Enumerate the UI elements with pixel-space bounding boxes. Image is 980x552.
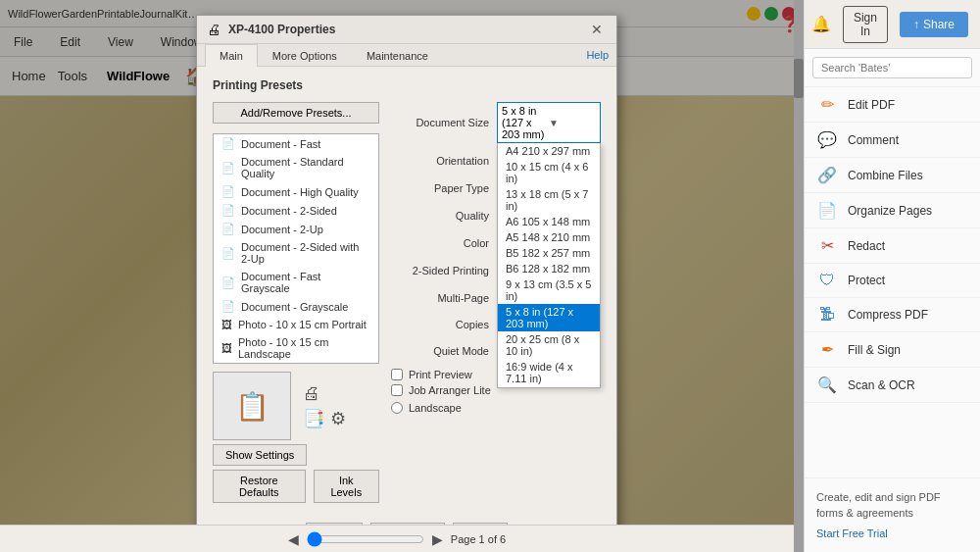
page-slider[interactable] [307,531,424,547]
properties-dialog: 🖨 XP-4100 Properties ✕ Main More Options… [196,15,617,552]
tab-main[interactable]: Main [205,44,258,67]
sidebar-item-organize[interactable]: 📄 Organize Pages [805,193,980,228]
color-label: Color [391,237,489,249]
preview-printer-icon[interactable]: 🖨 [303,383,320,404]
preset-grayscale[interactable]: 📄 Document - Grayscale [214,297,378,316]
sign-in-button[interactable]: Sign In [843,6,888,43]
document-size-label: Document Size [391,117,489,128]
preset-label-2sided-2up: Document - 2-Sided with 2-Up [241,241,370,265]
share-icon: ↑ [913,18,919,31]
comment-label: Comment [848,133,899,147]
combine-label: Combine Files [848,169,923,182]
preset-photo-landscape[interactable]: 🖼 Photo - 10 x 15 cm Landscape [214,333,378,363]
preview-settings-icon[interactable]: ⚙ [330,408,346,429]
document-size-row: Document Size 5 x 8 in (127 x 203 mm) ▼ … [391,102,601,143]
copies-label: Copies [391,319,489,330]
preview-icons: 🖨 📑 ⚙ [303,372,346,440]
dialog-bottom-buttons: Show Settings [213,444,379,466]
tab-maintenance[interactable]: Maintenance [352,44,443,67]
option-20x25[interactable]: 20 x 25 cm (8 x 10 in) [498,331,600,359]
sidebar-item-comment[interactable]: 💬 Comment [805,123,980,158]
preset-label-landscape: Photo - 10 x 15 cm Landscape [238,336,370,360]
preset-high-quality[interactable]: 📄 Document - High Quality [214,182,378,201]
print-preview-checkbox[interactable] [391,369,403,380]
sidebar-item-edit-pdf[interactable]: ✏ Edit PDF [805,87,980,123]
quiet-mode-label: Quiet Mode [391,345,489,357]
edit-pdf-icon: ✏ [816,95,838,114]
preset-icon-fast: 📄 [221,137,235,150]
preset-icon-landscape: 🖼 [221,342,232,354]
sidebar-item-protect[interactable]: 🛡 Protect [805,264,980,298]
dialog-restore-buttons: Restore Defaults Ink Levels [213,470,379,503]
dialog-title-bar: 🖨 XP-4100 Properties ✕ [197,16,616,44]
print-preview-label: Print Preview [409,369,472,380]
dialog-help-link[interactable]: Help [586,49,609,61]
next-page-button[interactable]: ▶ [432,531,443,547]
option-b6[interactable]: B6 128 x 182 mm [498,261,600,276]
sidebar-item-compress[interactable]: 🗜 Compress PDF [805,298,980,332]
share-button[interactable]: ↑ Share [900,12,968,37]
sidebar-item-fill-sign[interactable]: ✒ Fill & Sign [805,332,980,368]
landscape-radio[interactable] [391,402,403,414]
option-9x13[interactable]: 9 x 13 cm (3.5 x 5 in) [498,276,600,304]
sidebar: ❓ 🔔 Sign In ↑ Share ✏ Edit PDF 💬 Comment… [804,0,980,552]
preset-label-fast: Document - Fast [241,138,320,150]
dropdown-arrow: ▼ [549,118,596,128]
option-a6[interactable]: A6 105 x 148 mm [498,214,600,229]
preview-copy-icon[interactable]: 📑 [303,408,324,429]
search-input[interactable] [812,57,972,78]
sidebar-search-area [805,49,980,87]
sidebar-item-scan-ocr[interactable]: 🔍 Scan & OCR [805,368,980,403]
comment-icon: 💬 [816,130,838,149]
option-100x148[interactable]: 100 x 148 mm [498,386,600,388]
option-a4[interactable]: A4 210 x 297 mm [498,143,600,159]
preset-2up[interactable]: 📄 Document - 2-Up [214,220,378,238]
multi-page-label: Multi-Page [391,292,489,304]
preset-label-gray: Document - Grayscale [241,301,348,313]
document-size-list: A4 210 x 297 mm 10 x 15 cm (4 x 6 in) 13… [497,143,601,388]
preview-icon-row-1: 🖨 [303,383,346,404]
option-10x15[interactable]: 10 x 15 cm (4 x 6 in) [498,159,600,186]
preset-fast-grayscale[interactable]: 📄 Document - Fast Grayscale [214,268,378,297]
share-label: Share [923,18,955,31]
edit-pdf-label: Edit PDF [848,98,895,112]
option-16-9[interactable]: 16:9 wide (4 x 7.11 in) [498,359,600,386]
option-13x18[interactable]: 13 x 18 cm (5 x 7 in) [498,186,600,214]
job-arranger-checkbox[interactable] [391,384,403,396]
dialog-tabs: Main More Options Maintenance Help [197,44,616,67]
free-trial-link[interactable]: Start Free Trial [816,527,888,539]
organize-icon: 📄 [816,201,838,220]
document-size-field[interactable]: 5 x 8 in (127 x 203 mm) ▼ [497,102,601,143]
dialog-close-button[interactable]: ✕ [587,22,607,37]
document-size-dropdown[interactable]: 5 x 8 in (127 x 203 mm) ▼ A4 210 x 297 m… [497,102,601,143]
combine-icon: 🔗 [816,166,838,184]
notification-icon[interactable]: 🔔 [811,15,831,33]
preview-area: 📋 🖨 📑 ⚙ [213,372,379,440]
fill-sign-icon: ✒ [816,340,838,359]
landscape-label: Landscape [409,402,462,414]
sidebar-item-combine[interactable]: 🔗 Combine Files [805,158,980,193]
preset-icon-standard: 📄 [221,162,235,175]
option-b5[interactable]: B5 182 x 257 mm [498,245,600,261]
restore-defaults-button[interactable]: Restore Defaults [213,470,306,503]
ink-levels-button[interactable]: Ink Levels [314,470,379,503]
option-5x8[interactable]: 5 x 8 in (127 x 203 mm) [498,304,600,331]
preset-2sided-2up[interactable]: 📄 Document - 2-Sided with 2-Up [214,238,378,268]
add-remove-presets-button[interactable]: Add/Remove Presets... [213,102,379,124]
preset-label-portrait: Photo - 10 x 15 cm Portrait [238,319,367,330]
preset-document-fast[interactable]: 📄 Document - Fast [214,134,378,153]
show-settings-button[interactable]: Show Settings [213,444,307,466]
tab-more-options[interactable]: More Options [258,44,352,67]
sidebar-footer-text: Create, edit and sign PDF forms & agreem… [816,490,968,521]
preset-icon-2up: 📄 [221,223,235,235]
preset-standard-quality[interactable]: 📄 Document - Standard Quality [214,153,378,182]
dialog-content: Add/Remove Presets... 📄 Document - Fast … [213,102,601,503]
preset-2sided[interactable]: 📄 Document - 2-Sided [214,201,378,220]
option-a5[interactable]: A5 148 x 210 mm [498,229,600,245]
sidebar-item-redact[interactable]: ✂ Redact [805,228,980,264]
protect-label: Protect [848,274,885,287]
preset-icon-fast-gray: 📄 [221,276,235,289]
preset-photo-portrait[interactable]: 🖼 Photo - 10 x 15 cm Portrait [214,316,378,333]
two-sided-label: 2-Sided Printing [391,265,489,276]
prev-page-button[interactable]: ◀ [288,531,299,547]
